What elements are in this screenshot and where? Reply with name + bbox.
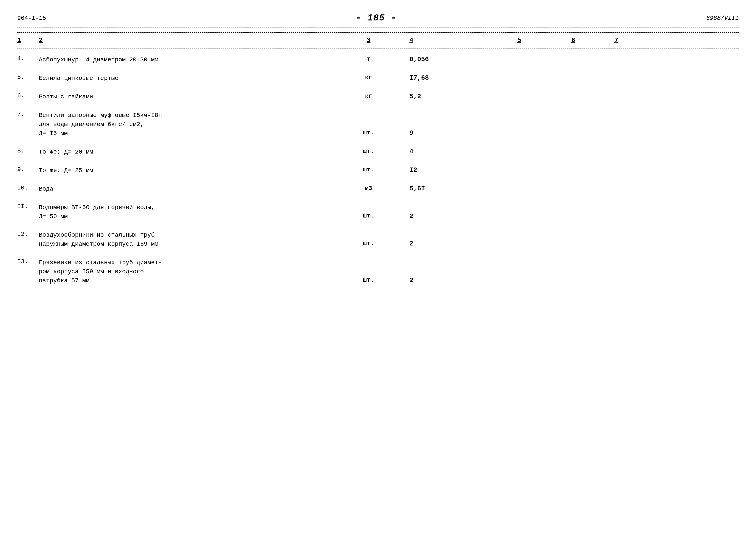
table-row: 6.Болты с гайкамикг5,2 [17,88,739,106]
table-row: 9.То же, Д= 25 ммшт.I2 [17,161,739,180]
col-header-5: 5 [487,37,552,44]
row-description: Грязевики из стальных труб диамет-ром ко… [35,258,336,285]
row-unit: шт. [336,166,401,173]
table-row: I3.Грязевики из стальных труб диамет-ром… [17,253,739,290]
col-header-7: 7 [595,37,638,44]
row-number: II. [17,203,35,210]
top-dashed-line [17,28,739,28]
row-description: Вентили запорные муфтовые I5кч-I8пдля во… [35,111,336,138]
row-unit: кг [336,92,401,99]
row-description: Асбопухшнур- 4 диаметром 20-30 мм [35,55,336,64]
row-unit: шт. [336,231,401,247]
row-number: 4. [17,55,35,62]
table-row: I0.Водам35,6I [17,180,739,198]
row-number: 8. [17,147,35,154]
row-quantity: 2 [401,203,487,220]
row-quantity: 5,6I [401,185,487,192]
row-description: То же; Д= 20 мм [35,147,336,157]
row-quantity: 5,2 [401,92,487,100]
table-header-row: 1 2 3 4 5 6 7 [17,32,739,48]
row-unit: т [336,55,401,63]
table-body: 4.Асбопухшнур- 4 диаметром 20-30 ммт0,05… [17,51,739,290]
col-header-6: 6 [552,37,595,44]
row-description: Болты с гайками [35,92,336,101]
row-number: I2. [17,231,35,237]
row-number: 5. [17,74,35,81]
row-quantity: 9 [401,111,487,137]
row-number: I0. [17,185,35,191]
row-unit: шт. [336,111,401,136]
row-quantity: 4 [401,147,487,155]
row-quantity: I7,68 [401,74,487,82]
row-quantity: 2 [401,258,487,284]
row-description: Воздухосборники из стальных трубнаружным… [35,231,336,249]
row-unit: кг [336,74,401,81]
row-number: 7. [17,111,35,117]
col-header-1: 1 [17,37,35,44]
row-quantity: I2 [401,166,487,174]
table-row: II.Водомеры ВТ-50 для горячей воды,Д= 50… [17,198,739,226]
row-unit: шт. [336,147,401,155]
table-row: 5.Белила цинковые тертыекгI7,68 [17,69,739,88]
col-header-2: 2 [35,37,336,44]
doc-number-right: 6988/VIII [706,15,739,21]
col-header-3: 3 [336,37,401,44]
row-description: Водомеры ВТ-50 для горячей воды,Д= 50 мм [35,203,336,221]
row-description: Вода [35,185,336,193]
row-description: Белила цинковые тертые [35,74,336,83]
table-row: 8.То же; Д= 20 ммшт.4 [17,143,739,161]
table-row: 4.Асбопухшнур- 4 диаметром 20-30 ммт0,05… [17,51,739,69]
row-description: То же, Д= 25 мм [35,166,336,175]
row-unit: шт. [336,258,401,283]
page-number: - 185 - [356,13,396,23]
row-unit: шт. [336,203,401,219]
table-row: 7.Вентили запорные муфтовые I5кч-I8пдля … [17,106,739,143]
page-header: 904-I-15 - 185 - 6988/VIII [17,13,739,23]
col-header-4: 4 [401,37,487,44]
row-quantity: 0,056 [401,55,487,63]
row-unit: м3 [336,185,401,191]
row-number: I3. [17,258,35,265]
table-row: I2.Воздухосборники из стальных трубнаруж… [17,226,739,253]
doc-number-left: 904-I-15 [17,15,46,21]
row-number: 9. [17,166,35,173]
row-number: 6. [17,92,35,99]
row-quantity: 2 [401,231,487,247]
